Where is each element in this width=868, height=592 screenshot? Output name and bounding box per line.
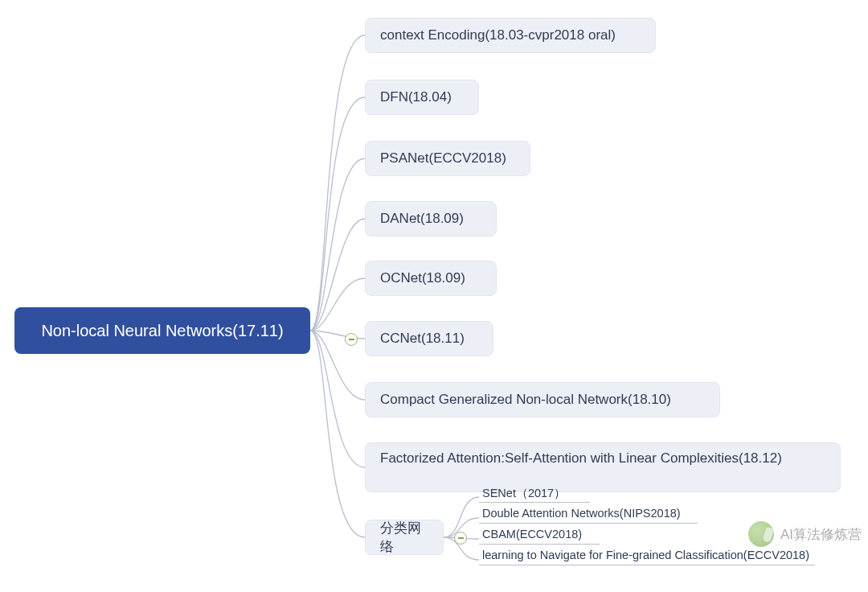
- leaf-underline: [479, 544, 600, 545]
- child-node-psanet[interactable]: PSANet(ECCV2018): [365, 141, 530, 176]
- leaf-underline: [479, 502, 590, 503]
- child-label: 分类网络: [380, 519, 428, 556]
- leaf-text: SENet（2017）: [482, 487, 566, 500]
- leaf-senet[interactable]: SENet（2017）: [482, 486, 566, 501]
- leaf-cbam[interactable]: CBAM(ECCV2018): [482, 528, 582, 541]
- minus-icon: [458, 537, 464, 539]
- child-label: DFN(18.04): [380, 89, 452, 105]
- child-label: context Encoding(18.03-cvpr2018 oral): [380, 27, 616, 43]
- leaf-underline: [479, 523, 698, 524]
- child-label: DANet(18.09): [380, 211, 464, 227]
- child-label: OCNet(18.09): [380, 270, 465, 286]
- child-label: PSANet(ECCV2018): [380, 150, 506, 166]
- collapse-toggle-root[interactable]: [345, 333, 358, 346]
- child-node-danet[interactable]: DANet(18.09): [365, 201, 497, 236]
- root-node[interactable]: Non-local Neural Networks(17.11): [14, 307, 310, 354]
- wechat-logo-icon: [748, 521, 774, 547]
- watermark: AI算法修炼营: [748, 521, 862, 547]
- child-node-ccnet[interactable]: CCNet(18.11): [365, 321, 493, 356]
- leaf-text: Double Attention Networks(NIPS2018): [482, 507, 681, 520]
- child-node-ocnet[interactable]: OCNet(18.09): [365, 261, 497, 296]
- leaf-text: learning to Navigate for Fine-grained Cl…: [482, 549, 809, 561]
- child-node-dfn[interactable]: DFN(18.04): [365, 80, 479, 115]
- leaf-navigate-finegrained[interactable]: learning to Navigate for Fine-grained Cl…: [482, 549, 809, 561]
- child-label: Compact Generalized Non-local Network(18…: [380, 392, 671, 408]
- child-node-factorized-attention[interactable]: Factorized Attention:Self-Attention with…: [365, 442, 841, 492]
- minus-icon: [349, 339, 354, 340]
- child-node-compact-nonlocal[interactable]: Compact Generalized Non-local Network(18…: [365, 382, 720, 417]
- child-label: Factorized Attention:Self-Attention with…: [380, 450, 782, 468]
- collapse-toggle-classification[interactable]: [454, 532, 467, 545]
- child-node-classification[interactable]: 分类网络: [365, 520, 444, 555]
- leaf-text: CBAM(ECCV2018): [482, 528, 582, 541]
- child-label: CCNet(18.11): [380, 331, 465, 347]
- leaf-underline: [479, 565, 815, 565]
- leaf-double-attention[interactable]: Double Attention Networks(NIPS2018): [482, 507, 681, 520]
- child-node-context-encoding[interactable]: context Encoding(18.03-cvpr2018 oral): [365, 18, 656, 53]
- root-label: Non-local Neural Networks(17.11): [41, 322, 283, 340]
- watermark-text: AI算法修炼营: [780, 525, 862, 544]
- mindmap-canvas: Non-local Neural Networks(17.11) context…: [0, 0, 868, 592]
